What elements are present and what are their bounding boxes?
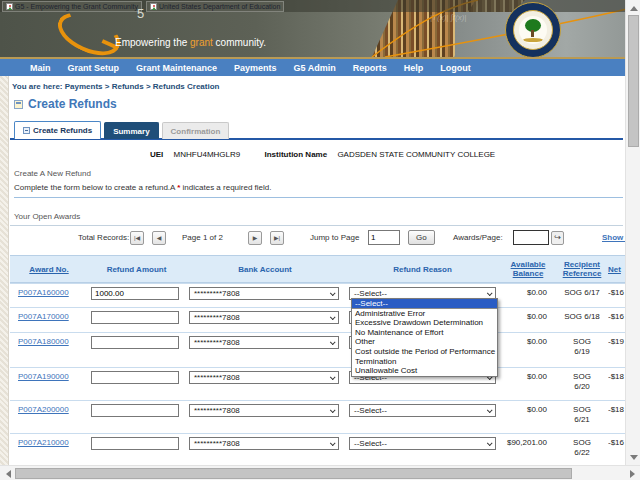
- form-instructions: Complete the form below to create a refu…: [14, 183, 272, 192]
- tab-confirmation[interactable]: Confirmation: [162, 122, 230, 139]
- open-awards-table: Award No. Refund Amount Bank Account Ref…: [10, 255, 625, 465]
- bank-account-select[interactable]: *********7808: [189, 336, 339, 349]
- nav-item-grant-setup[interactable]: Grant Setup: [68, 63, 120, 73]
- refund-amount-input[interactable]: [91, 404, 179, 417]
- horizontal-scrollbar[interactable]: [0, 465, 640, 480]
- open-awards-divider: [10, 225, 623, 226]
- dropdown-option-select[interactable]: --Select--: [352, 299, 497, 309]
- vertical-scrollbar[interactable]: [625, 0, 640, 465]
- chevron-down-icon: [330, 339, 336, 345]
- refund-amount-input[interactable]: [91, 311, 179, 324]
- refund-amount-input[interactable]: [91, 287, 179, 300]
- dropdown-option-other[interactable]: Other: [352, 337, 497, 347]
- award-link[interactable]: P007A180000: [18, 337, 69, 346]
- header-award-no[interactable]: Award No.: [10, 256, 88, 282]
- available-balance-cell: $0.00: [500, 368, 556, 400]
- award-link[interactable]: P007A160000: [18, 288, 69, 297]
- tab-summary[interactable]: Summary: [104, 122, 158, 139]
- uei-label: UEI: [150, 150, 163, 159]
- available-balance-cell: $0.00: [500, 333, 556, 367]
- refund-reason-select[interactable]: --Select--: [349, 404, 496, 417]
- page-title: Create Refunds: [28, 97, 117, 111]
- dropdown-option-termination[interactable]: Termination: [352, 357, 497, 367]
- bank-account-select[interactable]: *********7808: [189, 404, 339, 417]
- nav-item-help[interactable]: Help: [404, 63, 424, 73]
- refund-amount-input[interactable]: [91, 336, 179, 349]
- award-link[interactable]: P007A190000: [18, 372, 69, 381]
- go-button[interactable]: Go: [408, 230, 435, 245]
- dropdown-option-cost-outside-period[interactable]: Cost outside the Period of Performance: [352, 347, 497, 357]
- next-page-button[interactable]: ▶: [248, 231, 262, 245]
- broken-image-icon: [150, 3, 157, 10]
- dropdown-option-administrative-error[interactable]: Administrative Error: [352, 309, 497, 319]
- header-net[interactable]: Net: [608, 256, 625, 282]
- refund-amount-input[interactable]: [91, 371, 179, 384]
- bank-account-select[interactable]: *********7808: [189, 437, 339, 450]
- net-cell: -$16: [608, 434, 625, 465]
- tab-confirmation-label: Confirmation: [171, 127, 221, 136]
- refund-reason-select[interactable]: --Select--: [349, 437, 496, 450]
- refund-amount-input[interactable]: [91, 437, 179, 450]
- first-page-button[interactable]: |◀: [130, 231, 144, 245]
- header-recipient-reference[interactable]: Recipient Reference: [556, 256, 608, 282]
- awards-per-page-apply-button[interactable]: ↪: [551, 231, 564, 245]
- header-available-balance[interactable]: Available Balance: [500, 256, 556, 282]
- up-arrow-icon: [630, 6, 638, 11]
- ed-alt-text: United States Department of Education: [159, 3, 280, 10]
- breadcrumb-prefix: You are here:: [12, 82, 65, 91]
- chevron-down-icon: [487, 407, 493, 413]
- g5-alt-item: G5 - Empowering the Grant Community: [2, 1, 142, 12]
- nav-item-main[interactable]: Main: [30, 63, 51, 73]
- net-cell: -$18: [608, 368, 625, 400]
- down-arrow-icon: [630, 455, 638, 460]
- scroll-right-button[interactable]: [625, 467, 639, 480]
- recipient-reference-cell: SOG 6/20: [556, 368, 608, 400]
- recipient-reference-cell: SOG 6/19: [556, 333, 608, 367]
- previous-page-button[interactable]: ◀: [152, 231, 166, 245]
- awards-per-page-input[interactable]: [513, 230, 549, 245]
- vertical-scrollbar-thumb[interactable]: [628, 15, 639, 147]
- available-balance-cell: $0.00: [500, 284, 556, 307]
- dropdown-option-unallowable-cost[interactable]: Unallowable Cost: [352, 366, 497, 376]
- tab-summary-label: Summary: [113, 127, 149, 136]
- award-link[interactable]: P007A210000: [18, 438, 69, 447]
- recipient-reference-cell: SOG 6/17: [556, 284, 608, 307]
- breadcrumb-path[interactable]: Payments > Refunds > Refunds Creation: [65, 82, 220, 91]
- bank-account-select[interactable]: *********7808: [189, 371, 339, 384]
- award-link[interactable]: P007A170000: [18, 312, 69, 321]
- award-link[interactable]: P007A200000: [18, 405, 69, 414]
- nav-item-g5-admin[interactable]: G5 Admin: [294, 63, 336, 73]
- scroll-up-button[interactable]: [627, 1, 640, 15]
- ed-alt-item: United States Department of Education: [146, 1, 284, 12]
- chevron-down-icon: [330, 407, 336, 413]
- bank-account-select[interactable]: *********7808: [189, 287, 339, 300]
- dropdown-option-no-maintenance[interactable]: No Maintenance of Effort: [352, 328, 497, 338]
- table-row: P007A190000 *********7808 --Select-- $0.…: [10, 367, 625, 400]
- recipient-reference-cell: SOG 6/18: [556, 308, 608, 332]
- scroll-down-button[interactable]: [627, 450, 640, 464]
- seal-gold-base: [523, 38, 543, 42]
- nav-item-logout[interactable]: Logout: [440, 63, 471, 73]
- institution-name-label: Institution Name: [264, 150, 327, 159]
- available-balance-cell: $90,201.00: [500, 434, 556, 465]
- nav-item-grant-maintenance[interactable]: Grant Maintenance: [136, 63, 217, 73]
- nav-item-payments[interactable]: Payments: [234, 63, 277, 73]
- scroll-left-button[interactable]: [1, 467, 15, 480]
- seal-tree-emblem: [519, 16, 547, 44]
- refund-reason-value: --Select--: [354, 406, 387, 415]
- dropdown-option-excessive-drawdown[interactable]: Excessive Drawdown Determination: [352, 318, 497, 328]
- last-page-button[interactable]: ▶|: [270, 231, 284, 245]
- available-balance-cell: $0.00: [500, 308, 556, 332]
- g5-alt-text: G5 - Empowering the Grant Community: [15, 3, 138, 10]
- tab-create-refunds[interactable]: Create Refunds: [14, 121, 101, 139]
- jump-to-page-label: Jump to Page: [310, 233, 359, 242]
- jump-to-page-input[interactable]: [368, 230, 400, 245]
- nav-item-reports[interactable]: Reports: [353, 63, 387, 73]
- horizontal-scrollbar-thumb[interactable]: [15, 468, 572, 479]
- table-row: P007A170000 *********7808 --Select-- $0.…: [10, 307, 625, 332]
- chevron-down-icon: [487, 440, 493, 446]
- chevron-down-icon: [330, 314, 336, 320]
- table-row: P007A160000 *********7808 --Select-- $0.…: [10, 283, 625, 307]
- header-refund-reason: Refund Reason: [345, 256, 500, 282]
- bank-account-select[interactable]: *********7808: [189, 311, 339, 324]
